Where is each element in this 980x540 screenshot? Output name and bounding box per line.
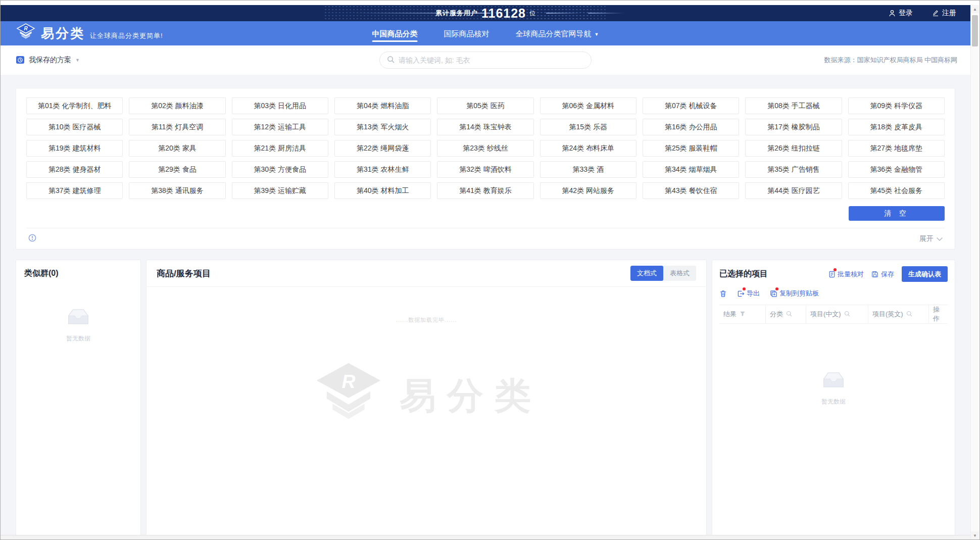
category-button[interactable]: 第25类 服装鞋帽: [643, 140, 739, 157]
scroll-up-arrow[interactable]: ▲: [971, 5, 979, 13]
category-button[interactable]: 第40类 材料加工: [334, 182, 431, 199]
scroll-down-arrow[interactable]: ▼: [971, 531, 979, 539]
similar-group-title: 类似群(0): [24, 268, 132, 279]
category-button[interactable]: 第31类 农林生鲜: [334, 161, 431, 178]
export-label: 导出: [747, 289, 760, 298]
category-button[interactable]: 第16类 办公用品: [643, 119, 739, 135]
category-button[interactable]: 第08类 手工器械: [745, 97, 842, 114]
category-button[interactable]: 第32类 啤酒饮料: [437, 161, 533, 178]
tab-label: 全球商品分类官网导航: [516, 29, 592, 39]
category-button[interactable]: 第05类 医药: [437, 97, 533, 114]
chevron-down-icon: ▼: [595, 32, 599, 37]
search-toolbar: 我保存的方案 ▼ 数据来源：国家知识产权局商标局 中国商标网: [1, 45, 970, 75]
category-button[interactable]: 第11类 灯具空调: [129, 119, 225, 135]
category-button[interactable]: 第42类 网站服务: [540, 182, 636, 199]
scrollbar-thumb[interactable]: [972, 15, 978, 46]
category-button[interactable]: 第23类 纱线丝: [437, 140, 533, 157]
tab-china-classification[interactable]: 中国商品分类: [372, 21, 418, 45]
vertical-scrollbar[interactable]: ▲ ▼: [970, 5, 979, 539]
category-button[interactable]: 第02类 颜料油漆: [129, 97, 225, 114]
horizontal-scrollbar-track[interactable]: [1, 535, 970, 539]
category-button[interactable]: 第33类 酒: [540, 161, 636, 178]
copy-label: 复制到剪贴板: [779, 289, 819, 298]
category-button[interactable]: 第17类 橡胶制品: [745, 119, 842, 135]
category-selector-card: 第01类 化学制剂、肥料 第02类 颜料油漆 第03类 日化用品 第04类 燃料…: [16, 88, 955, 250]
category-button[interactable]: 第21类 厨房洁具: [232, 140, 328, 157]
view-mode-toggle: 文档式 表格式: [630, 266, 696, 281]
delete-button[interactable]: [719, 290, 727, 298]
brand-watermark: R 易分类: [311, 360, 542, 432]
search-icon[interactable]: [786, 311, 792, 318]
tab-international-check[interactable]: 国际商品核对: [444, 21, 489, 45]
category-button[interactable]: 第29类 食品: [129, 161, 225, 178]
copy-to-clipboard-button[interactable]: 复制到剪贴板: [770, 289, 819, 298]
search-icon[interactable]: [844, 311, 850, 318]
category-button[interactable]: 第19类 建筑材料: [26, 140, 123, 157]
expand-toggle[interactable]: 展开: [919, 234, 943, 243]
category-button[interactable]: 第35类 广告销售: [745, 161, 842, 178]
category-button[interactable]: 第43类 餐饮住宿: [643, 182, 739, 199]
caret-down-icon: ▼: [75, 58, 80, 63]
category-button[interactable]: 第41类 教育娱乐: [437, 182, 533, 199]
category-button[interactable]: 第04类 燃料油脂: [334, 97, 431, 114]
batch-check-button[interactable]: 批量核对: [828, 270, 864, 279]
generate-confirmation-button[interactable]: 生成确认表: [902, 266, 948, 282]
category-button[interactable]: 第09类 科学仪器: [848, 97, 945, 114]
category-button[interactable]: 第26类 纽扣拉链: [745, 140, 842, 157]
items-panel-title: 商品/服务项目: [157, 268, 211, 279]
register-link[interactable]: 注册: [932, 9, 956, 18]
items-panel: 商品/服务项目 文档式 表格式 ......数据加载完毕......: [146, 260, 707, 535]
doc-mode-button[interactable]: 文档式: [630, 266, 663, 281]
category-button[interactable]: 第13类 军火烟火: [334, 119, 431, 135]
category-button[interactable]: 第06类 金属材料: [540, 97, 636, 114]
category-button[interactable]: 第15类 乐器: [540, 119, 636, 135]
tab-global-navigation[interactable]: 全球商品分类官网导航 ▼: [516, 21, 599, 45]
login-link[interactable]: 登录: [889, 9, 913, 18]
brand-block[interactable]: R 易分类 让全球商品分类更简单!: [16, 21, 163, 45]
column-label: 项目(中文): [810, 310, 841, 319]
category-button[interactable]: 第20类 家具: [129, 140, 225, 157]
category-button[interactable]: 第34类 烟草烟具: [643, 161, 739, 178]
search-input[interactable]: [399, 56, 584, 64]
export-button[interactable]: 导出: [737, 289, 760, 298]
category-button[interactable]: 第18类 皮革皮具: [848, 119, 945, 135]
saved-plans-icon: [16, 55, 25, 66]
stats-unit: 位: [529, 9, 535, 18]
browser-window: 累计服务用户 116128 位 登录 注册: [0, 0, 980, 540]
data-source-note: 数据来源：国家知识产权局商标局 中国商标网: [824, 45, 957, 75]
brand-logo-icon: R: [16, 23, 36, 44]
column-class: 分类: [766, 305, 806, 323]
watermark-text: 易分类: [400, 372, 542, 420]
pen-icon: [932, 10, 939, 17]
category-button[interactable]: 第45类 社会服务: [848, 182, 945, 199]
search-icon: [387, 56, 395, 65]
user-icon: [889, 10, 896, 17]
category-button[interactable]: 第24类 布料床单: [540, 140, 636, 157]
similar-group-panel: 类似群(0) 暂无数据: [16, 260, 141, 535]
brand-tagline: 让全球商品分类更简单!: [90, 31, 163, 40]
saved-plans-menu[interactable]: 我保存的方案 ▼: [16, 45, 80, 75]
search-icon[interactable]: [906, 311, 912, 318]
category-button[interactable]: 第01类 化学制剂、肥料: [26, 97, 123, 114]
filter-icon[interactable]: [740, 311, 746, 318]
category-button[interactable]: 第10类 医疗器械: [26, 119, 123, 135]
category-button[interactable]: 第22类 绳网袋蓬: [334, 140, 431, 157]
save-button[interactable]: 保存: [871, 270, 894, 279]
category-button[interactable]: 第36类 金融物管: [848, 161, 945, 178]
category-button[interactable]: 第12类 运输工具: [232, 119, 328, 135]
keyword-search[interactable]: [379, 52, 592, 69]
clear-button[interactable]: 清 空: [849, 206, 945, 221]
category-button[interactable]: 第07类 机械设备: [643, 97, 739, 114]
stats-topbar: 累计服务用户 116128 位 登录 注册: [1, 5, 970, 21]
category-button[interactable]: 第30类 方便食品: [232, 161, 328, 178]
info-icon[interactable]: [28, 234, 36, 244]
category-button[interactable]: 第38类 通讯服务: [129, 182, 225, 199]
category-button[interactable]: 第03类 日化用品: [232, 97, 328, 114]
category-button[interactable]: 第37类 建筑修理: [26, 182, 123, 199]
category-button[interactable]: 第28类 健身器材: [26, 161, 123, 178]
table-mode-button[interactable]: 表格式: [663, 266, 696, 281]
category-button[interactable]: 第39类 运输贮藏: [232, 182, 328, 199]
category-button[interactable]: 第44类 医疗园艺: [745, 182, 842, 199]
category-button[interactable]: 第27类 地毯席垫: [848, 140, 945, 157]
category-button[interactable]: 第14类 珠宝钟表: [437, 119, 533, 135]
